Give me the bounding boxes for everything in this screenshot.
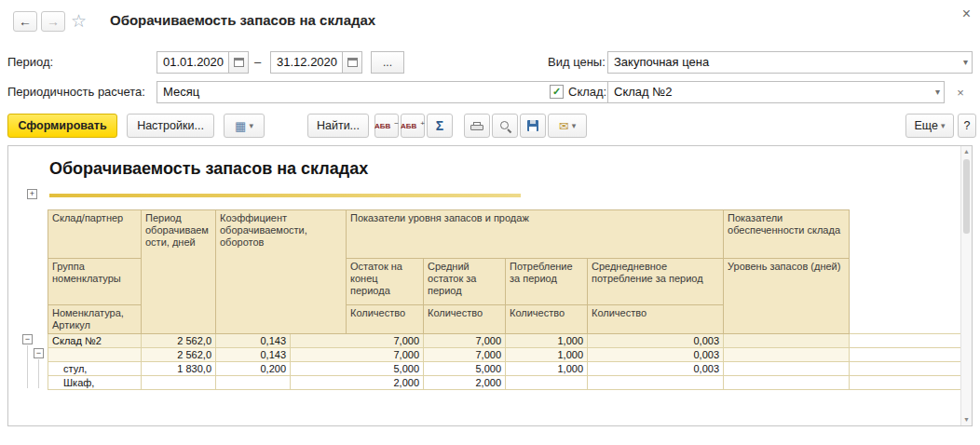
title-underline [49, 194, 521, 197]
minus-icon: − [394, 119, 399, 128]
settings-button[interactable]: Настройки... [127, 114, 214, 138]
warehouse-label: Склад: [568, 81, 606, 103]
cell-avg-balance[interactable]: 2,000 [424, 376, 506, 390]
check-icon: ✓ [552, 86, 561, 97]
period-from-calendar-button[interactable] [228, 51, 249, 74]
cell-name[interactable] [48, 348, 142, 362]
price-type-combo[interactable]: Закупочная цена ▾ [607, 51, 973, 74]
cell-consumption[interactable]: 1,000 [506, 348, 588, 362]
header-group: Группа номенклатуры [48, 259, 142, 305]
cell-avg-balance[interactable]: 7,000 [424, 348, 506, 362]
cell-ratio[interactable]: 0,143 [216, 348, 291, 362]
chevron-down-icon[interactable]: ▾ [935, 82, 940, 102]
cell-end-balance[interactable]: 5,000 [291, 362, 424, 376]
warehouse-combo[interactable]: Склад №2 ▾ [607, 81, 945, 103]
period-label: Период: [7, 51, 53, 74]
font-decrease-button[interactable]: АБВ− [374, 114, 399, 138]
cell-avg-daily[interactable]: 0,003 [588, 362, 724, 376]
cell-level[interactable] [724, 362, 850, 376]
mail-icon: ✉ [559, 120, 569, 132]
expand-columns-button[interactable]: + [27, 189, 37, 199]
cell-end-balance[interactable]: 7,000 [291, 334, 424, 348]
cell-level[interactable] [724, 334, 850, 348]
period-to-calendar-button[interactable] [342, 51, 362, 74]
cell-name[interactable]: стул, [48, 362, 142, 376]
cell-end-balance[interactable]: 2,000 [291, 376, 424, 390]
period-to-field[interactable]: 31.12.2020 [270, 51, 343, 74]
more-button[interactable]: Еще ▾ [905, 114, 954, 138]
cell-consumption[interactable]: 1,000 [506, 362, 588, 376]
floppy-icon [527, 120, 538, 131]
period-from-field[interactable]: 01.01.2020 [157, 51, 229, 74]
scroll-up-button[interactable]: ▲ [961, 146, 972, 157]
print-button[interactable] [464, 114, 490, 138]
sigma-icon: Σ [436, 118, 443, 133]
periodicity-value: Месяц [163, 85, 199, 99]
report-variant-button[interactable]: ▦ ▾ [224, 114, 265, 138]
header-avg-balance: Средний остаток за период [424, 259, 506, 305]
header-quantity: Количество [506, 305, 588, 334]
cell-period[interactable]: 2 562,0 [142, 348, 216, 362]
cell-avg-daily[interactable] [588, 376, 724, 390]
window-close-button[interactable]: × [962, 6, 971, 22]
cell-avg-daily[interactable]: 0,003 [588, 334, 724, 348]
warehouse-clear-button[interactable]: × [950, 81, 971, 103]
forward-arrow-icon: → [47, 14, 60, 29]
cell-ratio[interactable]: 0,200 [216, 362, 291, 376]
periodicity-label: Периодичность расчета: [7, 81, 145, 103]
cell-period[interactable]: 1 830,0 [142, 362, 216, 376]
header-quantity: Количество [424, 305, 506, 334]
grid-icon: ▦ [235, 120, 246, 132]
save-button[interactable] [520, 114, 546, 138]
back-button[interactable]: ← [13, 11, 37, 32]
header-consumption: Потребление за период [506, 259, 588, 305]
group-collapse-button-level2[interactable]: − [34, 348, 44, 358]
header-avg-daily: Среднедневное потребление за период [588, 259, 724, 305]
favorite-star-icon[interactable]: ☆ [71, 10, 87, 32]
back-arrow-icon: ← [19, 14, 32, 29]
find-button[interactable]: Найти... [307, 114, 369, 138]
header-nomenclature: Номенклатура, Артикул [48, 305, 142, 334]
cell-ratio[interactable]: 0,143 [216, 334, 291, 348]
generate-button[interactable]: Сформировать [7, 114, 117, 138]
cell-avg-balance[interactable]: 7,000 [424, 334, 506, 348]
cell-level[interactable] [724, 348, 850, 362]
cell-consumption[interactable] [506, 376, 588, 390]
scroll-down-button[interactable]: ▼ [961, 414, 972, 425]
magnifier-icon [498, 119, 511, 132]
preview-button[interactable] [492, 114, 518, 138]
scroll-thumb[interactable] [963, 159, 970, 234]
header-quantity: Количество [588, 305, 724, 334]
chevron-down-icon[interactable]: ▾ [963, 52, 968, 73]
cell-level[interactable] [724, 376, 850, 390]
abc-letters-icon: АБВ [374, 122, 390, 130]
price-type-value: Закупочная цена [614, 55, 709, 69]
warehouse-value: Склад №2 [614, 85, 672, 99]
period-more-button[interactable]: ... [371, 51, 404, 74]
printer-icon [470, 122, 483, 130]
help-button[interactable]: ? [958, 114, 976, 138]
cell-avg-balance[interactable]: 5,000 [424, 362, 506, 376]
app-window: ← → ☆ Оборачиваемость запасов на складах… [0, 0, 980, 445]
cell-ratio[interactable] [216, 376, 291, 390]
header-supply: Показатели обеспеченности склада [724, 210, 850, 259]
autosum-button[interactable]: Σ [427, 114, 453, 138]
forward-button[interactable]: → [41, 11, 65, 32]
warehouse-checkbox[interactable]: ✓ [550, 85, 564, 99]
tree-line [27, 345, 28, 388]
cell-end-balance[interactable]: 7,000 [291, 348, 424, 362]
cell-avg-daily[interactable]: 0,003 [588, 348, 724, 362]
cell-name[interactable]: Шкаф, [48, 376, 142, 390]
cell-period[interactable] [142, 376, 216, 390]
group-collapse-button-level1[interactable]: − [22, 334, 33, 344]
table-row: 2 562,0 0,143 7,000 7,000 1,000 0,003 [48, 348, 961, 362]
report-title: Оборачиваемость запасов на складах [49, 159, 368, 179]
cell-filler [850, 334, 961, 348]
report-table: Склад/партнер Период оборачиваемости, дн… [48, 209, 961, 390]
cell-name[interactable]: Склад №2 [48, 334, 142, 348]
vertical-scrollbar[interactable]: ▲ ▼ [960, 146, 972, 425]
cell-period[interactable]: 2 562,0 [142, 334, 216, 348]
font-increase-button[interactable]: АБВ+ [401, 114, 425, 138]
cell-consumption[interactable]: 1,000 [506, 334, 588, 348]
mail-button[interactable]: ✉ ▾ [548, 114, 587, 138]
